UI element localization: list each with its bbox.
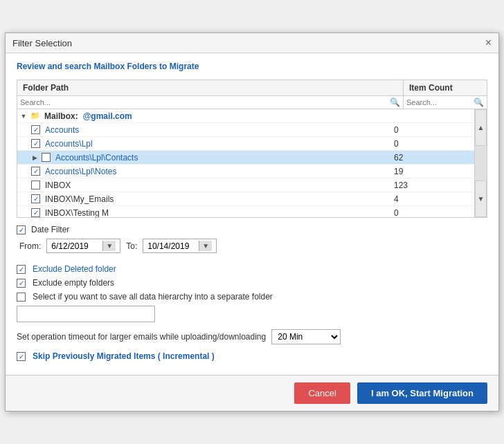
date-filter-text: Date Filter — [31, 225, 69, 234]
folder-name: Accounts\Lpl — [20, 139, 388, 149]
search-cell-right: 🔍 — [404, 96, 487, 109]
close-button[interactable]: × — [485, 37, 492, 48]
checkbox-my-emails[interactable] — [31, 194, 40, 203]
folder-count-accounts-lpl: 0 — [388, 139, 471, 149]
from-date-dropdown[interactable]: ▼ — [102, 241, 116, 251]
mailbox-label: Mailbox: — [44, 111, 78, 121]
section-title: Review and search Mailbox Folders to Mig… — [17, 62, 487, 71]
search-cell-left: 🔍 — [17, 96, 404, 109]
scrollbar: ▲ ▼ — [474, 109, 487, 217]
folder-name: INBOX\Testing M — [20, 208, 388, 218]
date-filter-section: Date Filter From: ▼ To: ▼ — [17, 225, 487, 253]
mailbox-email: @gmail.com — [83, 111, 132, 121]
exclude-empty-label: Exclude empty folders — [33, 278, 114, 288]
expand-arrow[interactable]: ▶ — [31, 154, 38, 161]
checkbox-notes[interactable] — [31, 167, 40, 176]
folder-count-contacts: 62 — [388, 153, 471, 163]
folder-count-my-emails: 4 — [388, 194, 471, 204]
folder-path-my-emails: INBOX\My_Emails — [45, 194, 114, 204]
dialog-body: Review and search Mailbox Folders to Mig… — [6, 53, 498, 375]
scroll-up-button[interactable]: ▲ — [475, 109, 487, 146]
to-label: To: — [126, 241, 137, 251]
folder-path-testing: INBOX\Testing M — [45, 208, 109, 218]
date-filter-label: Date Filter — [17, 225, 487, 234]
save-hierarchy-label: Select if you want to save all data hier… — [33, 292, 273, 302]
timeout-row: Set operation timeout for larger emails … — [17, 329, 487, 344]
table-row: Accounts\Lpl 0 — [17, 137, 474, 151]
mailbox-header-row: ▼ 📁 Mailbox: @gmail.com — [17, 109, 474, 123]
to-date-input: ▼ — [143, 239, 217, 253]
folder-path-inbox: INBOX — [45, 181, 71, 190]
from-date-input: ▼ — [46, 239, 120, 253]
folder-list: ▼ 📁 Mailbox: @gmail.com Accounts — [17, 109, 474, 217]
folder-path-accounts: Accounts — [45, 125, 79, 135]
checkbox-exclude-deleted[interactable] — [17, 265, 26, 274]
folder-name: INBOX — [20, 181, 388, 190]
table-row: Accounts 0 — [17, 123, 474, 137]
checkbox-date-filter[interactable] — [17, 225, 26, 234]
checkbox-skip[interactable] — [17, 352, 26, 361]
folder-name: ▶ Accounts\Lpl\Contacts — [20, 153, 388, 163]
folder-name: INBOX\My_Emails — [20, 194, 388, 204]
from-date-field[interactable] — [51, 241, 100, 251]
exclude-empty-row: Exclude empty folders — [17, 278, 487, 288]
mailbox-name: ▼ 📁 Mailbox: @gmail.com — [20, 111, 388, 121]
table-row: Accounts\Lpl\Notes 19 — [17, 165, 474, 178]
checkbox-contacts[interactable] — [42, 153, 51, 162]
checkbox-accounts-lpl[interactable] — [31, 139, 40, 148]
timeout-label: Set operation timeout for larger emails … — [17, 332, 266, 342]
table-row: INBOX 123 — [17, 178, 474, 192]
filter-selection-dialog: Filter Selection × Review and search Mai… — [5, 33, 499, 411]
ok-start-migration-button[interactable]: I am OK, Start Migration — [357, 382, 487, 404]
exclude-deleted-row: Exclude Deleted folder — [17, 264, 487, 274]
exclude-deleted-label: Exclude Deleted folder — [33, 264, 116, 274]
date-filter-row: From: ▼ To: ▼ — [19, 239, 487, 253]
checkbox-exclude-empty[interactable] — [17, 279, 26, 288]
from-label: From: — [19, 241, 41, 251]
table-row: INBOX\Testing M 0 — [17, 206, 474, 217]
folder-count-notes: 19 — [388, 167, 471, 176]
folder-name: Accounts\Lpl\Notes — [20, 167, 388, 176]
title-bar: Filter Selection × — [6, 33, 498, 53]
table-row: ▶ Accounts\Lpl\Contacts 62 — [17, 151, 474, 165]
folder-count-inbox: 123 — [388, 181, 471, 190]
folder-search-row: 🔍 🔍 — [17, 96, 487, 109]
to-date-field[interactable] — [147, 241, 196, 251]
search-input-left[interactable] — [20, 98, 390, 107]
hierarchy-input-row — [17, 306, 487, 322]
checkbox-testing[interactable] — [31, 208, 40, 217]
folder-path-contacts: Accounts\Lpl\Contacts — [55, 153, 138, 163]
options-section: Exclude Deleted folder Exclude empty fol… — [17, 264, 487, 361]
checkbox-accounts[interactable] — [31, 125, 40, 134]
checkbox-save-hierarchy[interactable] — [17, 293, 26, 302]
folder-path-accounts-lpl: Accounts\Lpl — [45, 139, 93, 149]
folder-name: Accounts — [20, 125, 388, 135]
mailbox-icon: 📁 — [30, 111, 40, 120]
scroll-down-button[interactable]: ▼ — [475, 181, 487, 217]
folder-panel: Folder Path Item Count 🔍 🔍 — [17, 80, 487, 218]
folder-path-notes: Accounts\Lpl\Notes — [45, 167, 116, 176]
search-icon-right[interactable]: 🔍 — [474, 98, 484, 107]
save-hierarchy-row: Select if you want to save all data hier… — [17, 292, 487, 302]
col-folder-path: Folder Path — [17, 80, 404, 95]
skip-row: Skip Previously Migrated Items ( Increme… — [17, 351, 487, 361]
search-input-right[interactable] — [406, 98, 474, 107]
folder-count-accounts: 0 — [388, 125, 471, 135]
checkbox-inbox[interactable] — [31, 181, 40, 189]
table-row: INBOX\My_Emails 4 — [17, 192, 474, 206]
folder-count-testing: 0 — [388, 208, 471, 218]
cancel-button[interactable]: Cancel — [294, 382, 350, 404]
skip-label: Skip Previously Migrated Items ( Increme… — [33, 351, 215, 361]
search-icon-left[interactable]: 🔍 — [390, 98, 400, 107]
dialog-footer: Cancel I am OK, Start Migration — [6, 375, 498, 411]
expand-arrow-mailbox[interactable]: ▼ — [20, 113, 27, 120]
folder-list-container: ▼ 📁 Mailbox: @gmail.com Accounts — [17, 109, 487, 217]
to-date-dropdown[interactable]: ▼ — [199, 241, 212, 251]
timeout-select[interactable]: 20 Min 30 Min 40 Min 50 Min — [271, 329, 341, 344]
hierarchy-text-input[interactable] — [17, 306, 155, 322]
col-item-count: Item Count — [404, 80, 487, 95]
dialog-title: Filter Selection — [12, 38, 72, 48]
folder-table-header: Folder Path Item Count — [17, 80, 487, 96]
